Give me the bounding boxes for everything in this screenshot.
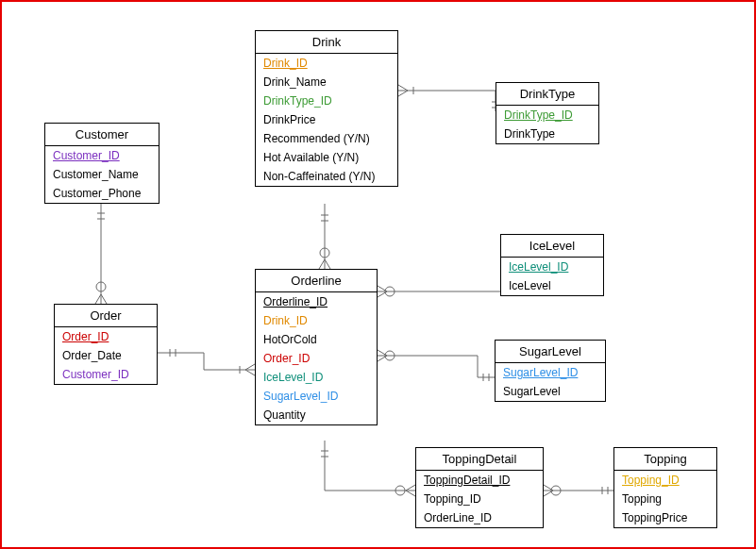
er-diagram-canvas: Customer Customer_ID Customer_Name Custo… xyxy=(0,0,756,549)
entity-title: IceLevel xyxy=(501,235,603,258)
entity-customer: Customer Customer_ID Customer_Name Custo… xyxy=(44,123,160,204)
entity-title: Order xyxy=(55,305,157,327)
attr-non-caffeinated: Non-Caffeinated (Y/N) xyxy=(256,167,397,186)
entity-title: Orderline xyxy=(256,270,377,292)
entity-topping: Topping Topping_ID Topping ToppingPrice xyxy=(613,447,717,528)
entity-body: Orderline_ID Drink_ID HotOrCold Order_ID… xyxy=(256,292,377,424)
attr-topping: Topping xyxy=(614,490,716,508)
entity-drink: Drink Drink_ID Drink_Name DrinkType_ID D… xyxy=(255,30,398,187)
entity-title: Topping xyxy=(614,448,716,471)
svg-point-3 xyxy=(385,351,395,360)
svg-point-4 xyxy=(395,486,405,495)
entity-icelevel: IceLevel IceLevel_ID IceLevel xyxy=(500,234,604,296)
entity-body: Drink_ID Drink_Name DrinkType_ID DrinkPr… xyxy=(256,54,397,186)
svg-point-0 xyxy=(96,282,106,291)
attr-quantity: Quantity xyxy=(256,406,377,424)
attr-drink-id: Drink_ID xyxy=(256,54,397,73)
entity-title: ToppingDetail xyxy=(416,448,543,471)
entity-drinktype: DrinkType DrinkType_ID DrinkType xyxy=(496,82,599,144)
entity-title: Customer xyxy=(45,124,159,146)
attr-order-date: Order_Date xyxy=(55,346,157,365)
attr-drinktype-id: DrinkType_ID xyxy=(496,106,598,125)
attr-icelevel: IceLevel xyxy=(501,276,603,295)
attr-sugarlevel: SugarLevel xyxy=(496,382,605,401)
attr-order-id: Order_ID xyxy=(55,327,157,346)
attr-sugarlevel-id: SugarLevel_ID xyxy=(496,363,605,382)
svg-point-1 xyxy=(320,248,329,258)
entity-orderline: Orderline Orderline_ID Drink_ID HotOrCol… xyxy=(255,269,378,425)
entity-sugarlevel: SugarLevel SugarLevel_ID SugarLevel xyxy=(495,340,606,402)
attr-sugarlevel-id: SugarLevel_ID xyxy=(256,387,377,406)
svg-point-2 xyxy=(385,287,395,296)
attr-icelevel-id: IceLevel_ID xyxy=(501,258,603,276)
attr-orderline-id: Orderline_ID xyxy=(256,292,377,311)
entity-body: Customer_ID Customer_Name Customer_Phone xyxy=(45,146,159,203)
attr-drinktype-id: DrinkType_ID xyxy=(256,92,397,110)
attr-hotorcold: HotOrCold xyxy=(256,330,377,349)
attr-customer-name: Customer_Name xyxy=(45,165,159,184)
entity-body: IceLevel_ID IceLevel xyxy=(501,258,603,295)
attr-orderline-id: OrderLine_ID xyxy=(416,508,543,527)
attr-recommended: Recommended (Y/N) xyxy=(256,129,397,148)
entity-title: DrinkType xyxy=(496,83,598,106)
entity-body: ToppingDetail_ID Topping_ID OrderLine_ID xyxy=(416,471,543,527)
attr-drinktype: DrinkType xyxy=(496,125,598,143)
entity-title: Drink xyxy=(256,31,397,54)
attr-topping-id: Topping_ID xyxy=(416,490,543,508)
entity-body: SugarLevel_ID SugarLevel xyxy=(496,363,605,401)
attr-toppingdetail-id: ToppingDetail_ID xyxy=(416,471,543,490)
attr-topping-id: Topping_ID xyxy=(614,471,716,490)
entity-body: Topping_ID Topping ToppingPrice xyxy=(614,471,716,527)
attr-icelevel-id: IceLevel_ID xyxy=(256,368,377,387)
attr-drinkprice: DrinkPrice xyxy=(256,110,397,129)
attr-drink-id: Drink_ID xyxy=(256,311,377,330)
attr-drink-name: Drink_Name xyxy=(256,73,397,92)
attr-customer-id: Customer_ID xyxy=(55,365,157,384)
attr-order-id: Order_ID xyxy=(256,349,377,368)
entity-toppingdetail: ToppingDetail ToppingDetail_ID Topping_I… xyxy=(415,447,544,528)
attr-customer-id: Customer_ID xyxy=(45,146,159,165)
entity-order: Order Order_ID Order_Date Customer_ID xyxy=(54,304,158,385)
attr-customer-phone: Customer_Phone xyxy=(45,184,159,203)
svg-point-5 xyxy=(551,486,561,495)
entity-body: DrinkType_ID DrinkType xyxy=(496,106,598,143)
entity-title: SugarLevel xyxy=(496,341,605,363)
attr-hot-available: Hot Available (Y/N) xyxy=(256,148,397,167)
entity-body: Order_ID Order_Date Customer_ID xyxy=(55,327,157,384)
attr-toppingprice: ToppingPrice xyxy=(614,508,716,527)
